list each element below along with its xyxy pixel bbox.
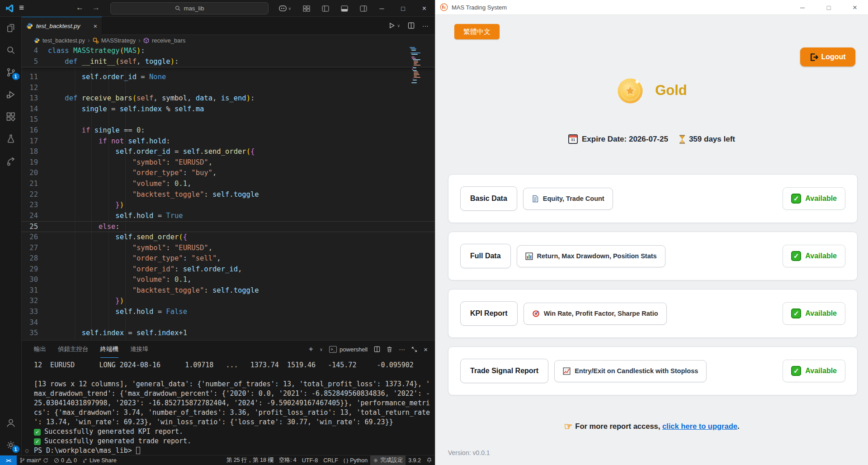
maximize-button[interactable]: □	[392, 0, 414, 17]
activity-bar: 1 1	[0, 17, 22, 455]
breadcrumb-method[interactable]: receive_bars	[152, 37, 185, 44]
close-button[interactable]: ×	[842, 0, 868, 15]
upgrade-notice: ☞For more report access, click here to u…	[435, 421, 868, 432]
language-mode[interactable]: { } Python	[341, 456, 370, 465]
trash-icon[interactable]	[387, 346, 392, 352]
upgrade-link[interactable]: click here to upgrade	[662, 422, 737, 430]
python-file-icon	[34, 38, 40, 43]
braces-icon: { }	[344, 458, 348, 463]
terminal-line: max_drawdown_trend': {'max_drawdown_perc…	[34, 389, 435, 399]
mas-window-title: MAS Trading System	[452, 4, 507, 11]
explorer-icon[interactable]	[5, 23, 16, 33]
shell-selector[interactable]: >_ powershell	[329, 346, 368, 353]
report-description[interactable]: Equity, Trade Count	[523, 188, 613, 210]
forward-arrow-icon[interactable]: →	[92, 3, 100, 12]
copilot-icon[interactable]: ∨	[279, 5, 291, 11]
error-count: 0	[61, 457, 64, 464]
notifications-bell[interactable]	[424, 456, 435, 465]
check-icon: ✓	[34, 438, 41, 445]
pointing-hand-icon: ☞	[564, 421, 573, 432]
logout-label: Logout	[821, 53, 845, 61]
breadcrumb-class[interactable]: MASStrategy	[101, 37, 136, 44]
back-arrow-icon[interactable]: ←	[76, 3, 84, 12]
report-status: ✓ Available	[783, 187, 845, 210]
code-line: 17 if not self.hold:	[22, 136, 435, 147]
tab-close-icon[interactable]: ×	[94, 23, 97, 30]
code-line: 24 self.hold = True	[22, 211, 435, 222]
terminal-line: ✓Successfully generated KPI report.	[34, 427, 435, 437]
tab-ports[interactable]: 連接埠	[130, 341, 149, 358]
language-button[interactable]: 繁體中文	[454, 24, 500, 39]
extensions-icon[interactable]	[5, 111, 16, 122]
run-debug-icon[interactable]	[5, 89, 16, 100]
report-card-basic-data: Basic Data Equity, Trade Count ✓ Availab…	[448, 174, 858, 223]
encoding[interactable]: UTF-8	[299, 456, 321, 465]
code-line: 16 if single == 0:	[22, 125, 435, 136]
customize-layout-icon[interactable]	[303, 5, 310, 12]
report-title[interactable]: Basic Data	[460, 186, 517, 211]
eol[interactable]: CRLF	[321, 456, 341, 465]
command-center-search[interactable]: mas_lib	[110, 2, 269, 14]
problems-indicator[interactable]: 0 0	[51, 456, 80, 465]
close-panel-icon[interactable]: ×	[424, 346, 428, 353]
code-editor[interactable]: 4class MASStrategy(MAS):5 def __init__(s…	[22, 46, 435, 340]
code-line: 12	[22, 83, 435, 94]
code-line: 23 })	[22, 200, 435, 211]
code-line: 35 self.index = self.index+1	[22, 328, 435, 339]
finish-setup[interactable]: 完成設定	[370, 456, 406, 465]
account-icon[interactable]	[5, 418, 16, 428]
live-share-icon[interactable]	[5, 156, 16, 166]
cursor-position[interactable]: 第 25 行，第 18 欄	[224, 456, 276, 465]
tab-bar: test_backtest.py × ∨ ···	[22, 17, 435, 35]
indentation[interactable]: 空格: 4	[276, 456, 299, 465]
mas-app-icon	[440, 3, 448, 11]
tab-terminal[interactable]: 終端機	[100, 341, 119, 358]
remote-indicator[interactable]: ><	[0, 456, 17, 465]
panel-more-icon[interactable]: ···	[399, 346, 405, 353]
settings-gear-icon[interactable]: 1	[5, 440, 16, 451]
maximize-panel-icon[interactable]	[411, 346, 417, 352]
terminal-dropdown-icon[interactable]: ∨	[320, 347, 323, 352]
report-description[interactable]: Return, Max Drawdown, Position Stats	[517, 245, 665, 267]
report-title[interactable]: Trade Signal Report	[460, 359, 548, 383]
branch-indicator[interactable]: main*	[17, 456, 51, 465]
breadcrumb[interactable]: test_backtest.py › MASStrategy › receive…	[22, 35, 435, 46]
new-terminal-icon[interactable]: +	[309, 345, 313, 354]
minimize-button[interactable]: ─	[789, 0, 816, 15]
live-share-status[interactable]: Live Share	[80, 456, 119, 465]
code-line: 28 "order_type": "sell",	[22, 253, 435, 264]
maximize-button[interactable]: □	[816, 0, 842, 15]
tab-output[interactable]: 輸出	[34, 341, 46, 358]
report-description[interactable]: Win Rate, Profit Factor, Sharpe Ratio	[524, 303, 667, 325]
toggle-secondary-sidebar-icon[interactable]	[360, 5, 367, 12]
run-python-button[interactable]: ∨	[388, 22, 400, 29]
split-editor-icon[interactable]	[408, 22, 415, 29]
report-title[interactable]: Full Data	[460, 244, 511, 268]
bottom-panel: 輸出 偵錯主控台 終端機 連接埠 + ∨ >_ powershell	[22, 340, 435, 455]
close-button[interactable]: ×	[414, 0, 435, 17]
menu-icon[interactable]: ≡	[19, 3, 24, 13]
code-line: 27 "symbol": "EURUSD",	[22, 243, 435, 254]
minimize-button[interactable]: ─	[371, 0, 392, 17]
check-icon: ✓	[791, 308, 801, 318]
python-version[interactable]: 3.9.2	[406, 456, 424, 465]
toggle-sidebar-icon[interactable]	[322, 5, 329, 12]
mas-titlebar: MAS Trading System ─ □ ×	[435, 0, 868, 15]
report-description[interactable]: Entry/Exit on Candlestick with Stoploss	[554, 360, 707, 382]
membership-expiry: 31 Expire Date: 2026-07-25 359 days left	[435, 134, 868, 144]
split-terminal-icon[interactable]	[374, 346, 380, 352]
tab-test-backtest[interactable]: test_backtest.py ×	[22, 17, 102, 35]
toggle-panel-icon[interactable]	[341, 5, 348, 12]
logout-button[interactable]: Logout	[800, 47, 855, 66]
minimap[interactable]	[410, 47, 430, 84]
report-title[interactable]: KPI Report	[460, 301, 518, 326]
check-icon: ✓	[791, 366, 801, 376]
tab-debug-console[interactable]: 偵錯主控台	[58, 341, 89, 358]
testing-icon[interactable]	[5, 133, 16, 144]
more-actions-icon[interactable]: ···	[422, 22, 429, 29]
breadcrumb-file[interactable]: test_backtest.py	[42, 37, 85, 44]
search-sidebar-icon[interactable]	[5, 45, 16, 56]
code-line: 11 self.order_id = None	[22, 72, 435, 83]
source-control-icon[interactable]: 1	[5, 67, 16, 78]
terminal-output[interactable]: 12 EURUSD LONG 2024-08-16 1.09718 ... 13…	[22, 358, 435, 456]
